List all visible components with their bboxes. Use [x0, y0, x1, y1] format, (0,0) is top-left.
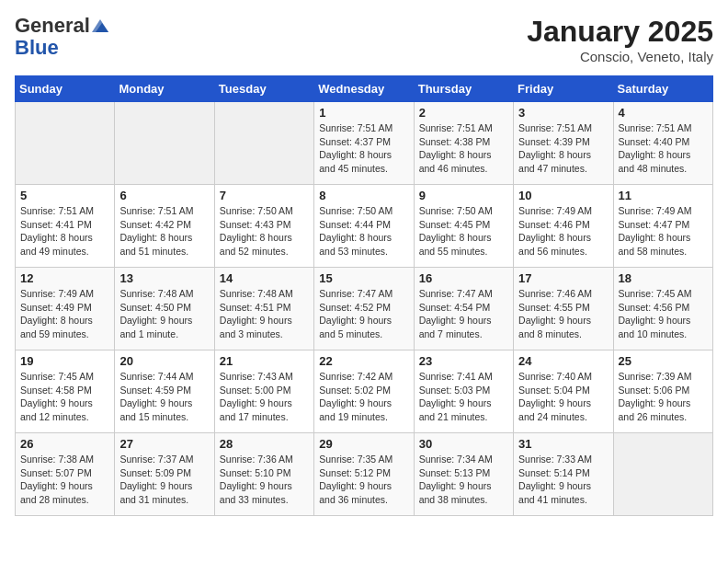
page-header: General Blue January 2025 Conscio, Venet…: [15, 15, 713, 64]
day-info: Sunrise: 7:51 AM Sunset: 4:41 PM Dayligh…: [20, 204, 109, 259]
day-info: Sunrise: 7:50 AM Sunset: 4:44 PM Dayligh…: [319, 204, 408, 259]
calendar-cell: 15Sunrise: 7:47 AM Sunset: 4:52 PM Dayli…: [314, 268, 414, 350]
calendar-cell: 20Sunrise: 7:44 AM Sunset: 4:59 PM Dayli…: [115, 350, 214, 433]
day-info: Sunrise: 7:34 AM Sunset: 5:13 PM Dayligh…: [419, 453, 508, 507]
day-info: Sunrise: 7:41 AM Sunset: 5:03 PM Dayligh…: [419, 370, 508, 424]
week-row-3: 12Sunrise: 7:49 AM Sunset: 4:49 PM Dayli…: [16, 268, 713, 350]
day-number: 9: [419, 189, 508, 202]
logo: General Blue: [15, 15, 108, 59]
day-info: Sunrise: 7:47 AM Sunset: 4:54 PM Dayligh…: [419, 287, 508, 341]
calendar-cell: 3Sunrise: 7:51 AM Sunset: 4:39 PM Daylig…: [514, 102, 613, 185]
day-info: Sunrise: 7:48 AM Sunset: 4:50 PM Dayligh…: [119, 287, 209, 341]
calendar-cell: 17Sunrise: 7:46 AM Sunset: 4:55 PM Dayli…: [514, 268, 613, 350]
day-info: Sunrise: 7:33 AM Sunset: 5:14 PM Dayligh…: [518, 453, 608, 507]
day-info: Sunrise: 7:49 AM Sunset: 4:47 PM Dayligh…: [619, 204, 708, 259]
calendar-cell: 19Sunrise: 7:45 AM Sunset: 4:58 PM Dayli…: [16, 350, 115, 433]
day-number: 18: [619, 271, 708, 285]
day-info: Sunrise: 7:51 AM Sunset: 4:37 PM Dayligh…: [319, 121, 408, 176]
day-number: 30: [419, 437, 508, 451]
day-number: 25: [619, 354, 708, 368]
day-number: 1: [319, 106, 408, 120]
day-number: 14: [220, 271, 309, 285]
day-info: Sunrise: 7:36 AM Sunset: 5:10 PM Dayligh…: [220, 453, 309, 507]
location-title: Conscio, Veneto, Italy: [527, 49, 713, 64]
day-number: 28: [220, 437, 309, 451]
day-info: Sunrise: 7:45 AM Sunset: 4:58 PM Dayligh…: [20, 370, 109, 424]
calendar-cell: 24Sunrise: 7:40 AM Sunset: 5:04 PM Dayli…: [514, 350, 613, 433]
calendar-cell: 21Sunrise: 7:43 AM Sunset: 5:00 PM Dayli…: [214, 350, 313, 433]
calendar-cell: 26Sunrise: 7:38 AM Sunset: 5:07 PM Dayli…: [16, 433, 115, 516]
calendar-cell: [613, 433, 712, 516]
day-number: 6: [119, 189, 209, 202]
calendar-cell: 6Sunrise: 7:51 AM Sunset: 4:42 PM Daylig…: [115, 185, 214, 268]
day-number: 5: [20, 189, 109, 202]
weekday-header-row: SundayMondayTuesdayWednesdayThursdayFrid…: [16, 76, 713, 102]
day-number: 20: [119, 354, 209, 368]
day-number: 13: [119, 271, 209, 285]
day-info: Sunrise: 7:47 AM Sunset: 4:52 PM Dayligh…: [319, 287, 408, 341]
calendar-cell: 13Sunrise: 7:48 AM Sunset: 4:50 PM Dayli…: [115, 268, 214, 350]
week-row-2: 5Sunrise: 7:51 AM Sunset: 4:41 PM Daylig…: [16, 185, 713, 268]
weekday-header-friday: Friday: [514, 76, 613, 102]
calendar-cell: 1Sunrise: 7:51 AM Sunset: 4:37 PM Daylig…: [314, 102, 414, 185]
logo-general: General: [15, 15, 90, 37]
calendar-cell: 22Sunrise: 7:42 AM Sunset: 5:02 PM Dayli…: [314, 350, 414, 433]
day-info: Sunrise: 7:43 AM Sunset: 5:00 PM Dayligh…: [220, 370, 309, 424]
day-info: Sunrise: 7:38 AM Sunset: 5:07 PM Dayligh…: [20, 453, 109, 507]
day-info: Sunrise: 7:51 AM Sunset: 4:40 PM Dayligh…: [619, 121, 708, 176]
weekday-header-tuesday: Tuesday: [214, 76, 313, 102]
day-info: Sunrise: 7:49 AM Sunset: 4:46 PM Dayligh…: [518, 204, 608, 259]
calendar-cell: 10Sunrise: 7:49 AM Sunset: 4:46 PM Dayli…: [514, 185, 613, 268]
day-number: 22: [319, 354, 408, 368]
calendar-cell: 23Sunrise: 7:41 AM Sunset: 5:03 PM Dayli…: [414, 350, 513, 433]
calendar-cell: 14Sunrise: 7:48 AM Sunset: 4:51 PM Dayli…: [214, 268, 313, 350]
week-row-4: 19Sunrise: 7:45 AM Sunset: 4:58 PM Dayli…: [16, 350, 713, 433]
logo-blue: Blue: [15, 37, 59, 59]
calendar-cell: 4Sunrise: 7:51 AM Sunset: 4:40 PM Daylig…: [613, 102, 712, 185]
calendar-cell: [214, 102, 313, 185]
calendar-cell: 9Sunrise: 7:50 AM Sunset: 4:45 PM Daylig…: [414, 185, 513, 268]
day-number: 21: [220, 354, 309, 368]
calendar-cell: 5Sunrise: 7:51 AM Sunset: 4:41 PM Daylig…: [16, 185, 115, 268]
day-info: Sunrise: 7:39 AM Sunset: 5:06 PM Dayligh…: [619, 370, 708, 424]
day-info: Sunrise: 7:44 AM Sunset: 4:59 PM Dayligh…: [119, 370, 209, 424]
day-number: 19: [20, 354, 109, 368]
day-number: 12: [20, 271, 109, 285]
day-number: 26: [20, 437, 109, 451]
day-number: 24: [518, 354, 608, 368]
title-block: January 2025 Conscio, Veneto, Italy: [527, 15, 713, 64]
calendar-cell: 12Sunrise: 7:49 AM Sunset: 4:49 PM Dayli…: [16, 268, 115, 350]
day-number: 31: [518, 437, 608, 451]
calendar-cell: 28Sunrise: 7:36 AM Sunset: 5:10 PM Dayli…: [214, 433, 313, 516]
day-number: 10: [518, 189, 608, 202]
calendar-cell: 25Sunrise: 7:39 AM Sunset: 5:06 PM Dayli…: [613, 350, 712, 433]
day-info: Sunrise: 7:48 AM Sunset: 4:51 PM Dayligh…: [220, 287, 309, 341]
day-info: Sunrise: 7:35 AM Sunset: 5:12 PM Dayligh…: [319, 453, 408, 507]
day-number: 7: [220, 189, 309, 202]
day-number: 8: [319, 189, 408, 202]
calendar-cell: [16, 102, 115, 185]
weekday-header-monday: Monday: [115, 76, 214, 102]
calendar-cell: 2Sunrise: 7:51 AM Sunset: 4:38 PM Daylig…: [414, 102, 513, 185]
weekday-header-thursday: Thursday: [414, 76, 513, 102]
calendar-cell: 18Sunrise: 7:45 AM Sunset: 4:56 PM Dayli…: [613, 268, 712, 350]
weekday-header-wednesday: Wednesday: [314, 76, 414, 102]
day-number: 11: [619, 189, 708, 202]
calendar-cell: 16Sunrise: 7:47 AM Sunset: 4:54 PM Dayli…: [414, 268, 513, 350]
month-title: January 2025: [527, 15, 713, 49]
day-number: 17: [518, 271, 608, 285]
day-number: 16: [419, 271, 508, 285]
day-info: Sunrise: 7:50 AM Sunset: 4:45 PM Dayligh…: [419, 204, 508, 259]
calendar-cell: [115, 102, 214, 185]
day-number: 3: [518, 106, 608, 120]
day-number: 29: [319, 437, 408, 451]
weekday-header-sunday: Sunday: [16, 76, 115, 102]
calendar-cell: 29Sunrise: 7:35 AM Sunset: 5:12 PM Dayli…: [314, 433, 414, 516]
day-info: Sunrise: 7:45 AM Sunset: 4:56 PM Dayligh…: [619, 287, 708, 341]
day-info: Sunrise: 7:51 AM Sunset: 4:38 PM Dayligh…: [419, 121, 508, 176]
day-info: Sunrise: 7:42 AM Sunset: 5:02 PM Dayligh…: [319, 370, 408, 424]
logo-icon: [92, 19, 108, 32]
weekday-header-saturday: Saturday: [613, 76, 712, 102]
day-info: Sunrise: 7:46 AM Sunset: 4:55 PM Dayligh…: [518, 287, 608, 341]
calendar-cell: 30Sunrise: 7:34 AM Sunset: 5:13 PM Dayli…: [414, 433, 513, 516]
